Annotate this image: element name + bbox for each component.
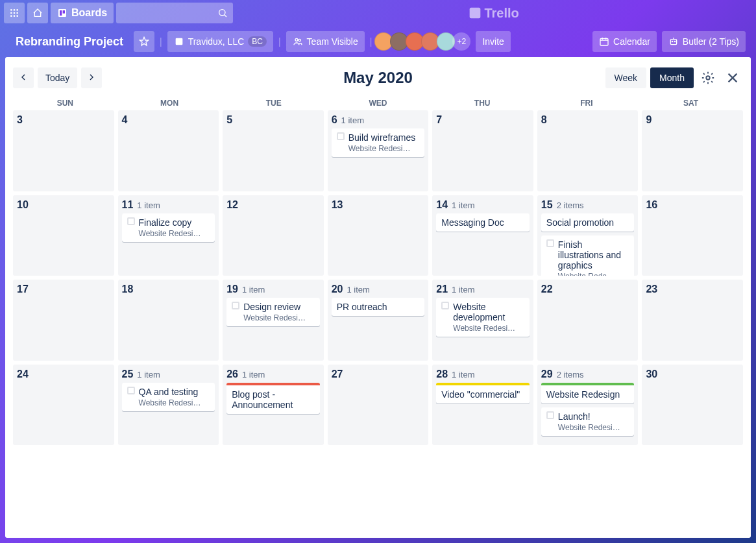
calendar-cell[interactable]: 3 (13, 110, 114, 191)
calendar-card[interactable]: Finish illustrations and graphicsWebsite… (541, 235, 635, 276)
svg-point-3 (10, 12, 12, 14)
apps-button[interactable] (4, 3, 25, 23)
invite-button[interactable]: Invite (476, 31, 510, 52)
calendar-cell[interactable]: 152 itemsSocial promotionFinish illustra… (537, 195, 639, 276)
top-nav: Boards Trello (0, 0, 756, 26)
svg-point-2 (16, 9, 18, 11)
svg-point-21 (706, 76, 710, 80)
calendar-cell[interactable]: 141 itemMessaging Doc (432, 195, 533, 276)
svg-point-12 (219, 10, 225, 16)
weekday-header: WED (326, 99, 430, 108)
calendar-grid: 34561 itemBuild wireframesWebsite Redesi… (13, 110, 743, 530)
card-cover (436, 383, 530, 385)
settings-button[interactable] (698, 67, 718, 88)
day-number: 30 (646, 368, 657, 380)
weekday-header: TUE (221, 99, 326, 108)
calendar-card[interactable]: Design reviewWebsite Redesi… (226, 298, 320, 326)
home-icon (32, 8, 43, 18)
boards-button[interactable]: Boards (51, 3, 114, 23)
card-title: Finish illustrations and graphics (558, 239, 629, 271)
calendar-cell[interactable]: 27 (328, 365, 429, 446)
week-view-button[interactable]: Week (605, 67, 647, 88)
month-label: Month (659, 73, 685, 83)
today-button[interactable]: Today (38, 67, 77, 88)
visibility-label: Team Visible (307, 36, 358, 47)
weekday-header: THU (430, 99, 535, 108)
calendar-cell[interactable]: 211 itemWebsite developmentWebsite Redes… (432, 280, 533, 361)
calendar-cell[interactable]: 281 itemVideo "commercial" (432, 365, 533, 446)
card-title: Finalize copy (139, 217, 210, 228)
visibility-button[interactable]: Team Visible (286, 31, 365, 52)
calendar-cell[interactable]: 201 itemPR outreach (328, 280, 429, 361)
calendar-card[interactable]: PR outreach (332, 298, 425, 316)
calendar-cell[interactable]: 18 (118, 280, 219, 361)
calendar-card[interactable]: Social promotion (541, 213, 635, 232)
calendar-cell[interactable]: 7 (432, 110, 533, 191)
item-count: 1 item (137, 200, 160, 210)
calendar-cell[interactable]: 4 (118, 110, 219, 191)
trello-logo-icon (469, 6, 482, 19)
day-number: 3 (17, 114, 23, 126)
calendar-card[interactable]: Website Redesign (541, 383, 635, 404)
svg-rect-9 (58, 9, 66, 17)
svg-point-20 (674, 41, 675, 42)
card-title: Website development (453, 302, 524, 322)
logo-text: Trello (484, 6, 518, 21)
search-input[interactable] (116, 3, 233, 23)
calendar-cell[interactable]: 111 itemFinalize copyWebsite Redesi… (118, 195, 219, 276)
calendar-cell[interactable]: 22 (537, 280, 639, 361)
calendar-card[interactable]: Messaging Doc (436, 213, 530, 232)
checkbox-icon (546, 411, 554, 419)
card-board-name: Website Redesi… (348, 144, 420, 153)
calendar-powerup-button[interactable]: Calendar (592, 31, 657, 52)
calendar-card[interactable]: Website developmentWebsite Redesi… (436, 298, 530, 337)
day-number: 23 (646, 284, 657, 295)
boards-label: Boards (71, 7, 107, 19)
home-button[interactable] (27, 3, 48, 23)
calendar-cell[interactable]: 17 (13, 280, 114, 361)
calendar-cell[interactable]: 292 itemsWebsite RedesignLaunch!Website … (537, 365, 639, 446)
star-button[interactable] (134, 31, 154, 52)
calendar-cell[interactable]: 61 itemBuild wireframesWebsite Redesi… (328, 110, 429, 191)
calendar-cell[interactable]: 30 (642, 365, 743, 446)
day-number: 24 (17, 368, 29, 380)
calendar-cell[interactable]: 10 (13, 195, 114, 276)
item-count: 1 item (242, 285, 265, 295)
calendar-cell[interactable]: 24 (13, 365, 114, 446)
calendar-cell[interactable]: 8 (537, 110, 639, 191)
item-count: 1 item (347, 285, 370, 295)
calendar-card[interactable]: Build wireframesWebsite Redesi… (332, 128, 425, 157)
calendar-cell[interactable]: 5 (223, 110, 324, 191)
calendar-card[interactable]: Blog post - Announcement (226, 383, 320, 414)
calendar-cell[interactable]: 23 (642, 280, 743, 361)
calendar-cell[interactable]: 12 (223, 195, 324, 276)
day-number: 13 (332, 199, 343, 211)
calendar-card[interactable]: Video "commercial" (436, 383, 530, 404)
day-number: 9 (646, 114, 652, 126)
calendar-cell[interactable]: 16 (642, 195, 743, 276)
day-number: 12 (226, 199, 238, 211)
calendar-card[interactable]: QA and testingWebsite Redesi… (122, 383, 215, 411)
calendar-card[interactable]: Launch!Website Redesi… (541, 407, 635, 436)
card-title: QA and testing (139, 387, 210, 397)
calendar-cell[interactable]: 191 itemDesign reviewWebsite Redesi… (223, 280, 324, 361)
calendar-cell[interactable]: 13 (328, 195, 429, 276)
week-label: Week (615, 73, 638, 83)
item-count: 1 item (452, 285, 474, 295)
close-button[interactable] (722, 67, 743, 88)
more-members[interactable]: +2 (452, 32, 470, 51)
calendar-cell[interactable]: 261 itemBlog post - Announcement (223, 365, 324, 446)
calendar-panel: Today May 2020 Week Month SUN MON TUE WE… (5, 57, 751, 538)
calendar-cell[interactable]: 9 (642, 110, 743, 191)
day-number: 25 (122, 368, 134, 380)
month-view-button[interactable]: Month (650, 67, 694, 88)
butler-button[interactable]: Butler (2 Tips) (662, 31, 746, 52)
svg-rect-17 (600, 38, 608, 45)
next-month-button[interactable] (81, 67, 102, 88)
calendar-cell[interactable]: 251 itemQA and testingWebsite Redesi… (118, 365, 219, 446)
workspace-button[interactable]: Travidux, LLC BC (167, 31, 273, 52)
checkbox-icon (232, 302, 239, 309)
prev-month-button[interactable] (13, 67, 34, 88)
calendar-card[interactable]: Finalize copyWebsite Redesi… (122, 213, 215, 242)
board-title[interactable]: Rebranding Project (10, 32, 128, 51)
